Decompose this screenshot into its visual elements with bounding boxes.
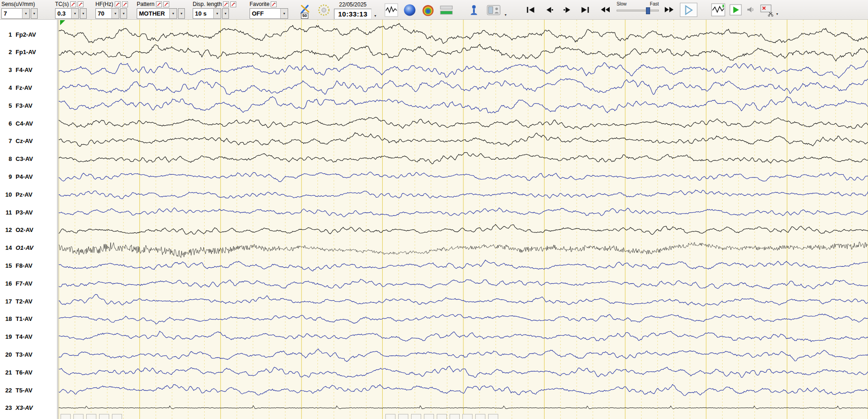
- colorbar-icon: [440, 3, 453, 17]
- spectral-map-button[interactable]: [420, 2, 436, 18]
- pattern-select[interactable]: MOTHER: [137, 8, 177, 19]
- trend-view-button[interactable]: [710, 3, 726, 17]
- notch-filter-badge[interactable]: 50: [301, 13, 308, 19]
- audio-button[interactable]: [745, 5, 757, 15]
- skip-to-start-button[interactable]: [523, 4, 539, 16]
- edit-filter-icon[interactable]: [122, 1, 128, 7]
- disp-length-select[interactable]: 10 s: [193, 8, 221, 19]
- event-marker-box[interactable]: [61, 414, 71, 419]
- tc-select[interactable]: 0.3: [55, 8, 79, 19]
- montage-edit-button[interactable]: [759, 2, 774, 18]
- video-sync-button[interactable]: [484, 3, 503, 17]
- edit-filter-icon[interactable]: [70, 1, 76, 7]
- channel-row[interactable]: 4Fz-AV: [0, 83, 32, 92]
- chevron-down-icon: [280, 9, 288, 18]
- channel-row[interactable]: 8C3-AV: [0, 155, 33, 163]
- channel-label: P3-AV: [16, 209, 33, 216]
- channel-row[interactable]: 14O1-AV: [0, 244, 33, 252]
- trace-area[interactable]: [59, 20, 868, 419]
- event-marker-box[interactable]: [462, 414, 473, 419]
- electrode-map-button[interactable]: [317, 3, 331, 17]
- patient-info-button[interactable]: [467, 3, 481, 17]
- channel-row[interactable]: 10Pz-AV: [0, 190, 33, 198]
- page-start-marker: [60, 20, 65, 25]
- edit-display-icon[interactable]: [230, 1, 236, 7]
- event-marker-box[interactable]: [488, 414, 498, 419]
- eeg-main-area: 1Fp2-AV2Fp1-AV3F4-AV4Fz-AV5F3-AV6C4-AV7C…: [0, 20, 868, 419]
- toolbar-overflow-icon[interactable]: [505, 13, 506, 17]
- event-marker-box[interactable]: [398, 414, 408, 419]
- edit-filter-icon[interactable]: [115, 1, 121, 7]
- channel-row[interactable]: 7Cz-AV: [0, 137, 33, 145]
- event-marker-box[interactable]: [437, 414, 447, 419]
- channel-label: T3-AV: [16, 351, 33, 358]
- colorbar-view-button[interactable]: [439, 2, 454, 18]
- event-marker-box[interactable]: [385, 414, 395, 419]
- fast-forward-icon: [663, 6, 675, 13]
- sens-step-dropdown[interactable]: [31, 8, 38, 19]
- pattern-step-dropdown[interactable]: [178, 8, 185, 19]
- channel-label: C3-AV: [16, 155, 33, 162]
- toolbar-overflow-icon[interactable]: [374, 14, 376, 18]
- play-speed-slider[interactable]: Slow Fast: [617, 1, 659, 11]
- step-forward-icon: [562, 6, 573, 14]
- favorite-value: OFF: [250, 10, 280, 17]
- play-button[interactable]: [680, 3, 697, 17]
- channel-row[interactable]: 19T4-AV: [0, 333, 33, 341]
- sens-select[interactable]: 7: [1, 8, 30, 19]
- skip-to-end-button[interactable]: [577, 4, 593, 16]
- channel-row[interactable]: 6C4-AV: [0, 119, 33, 127]
- chevron-down-icon: [111, 9, 119, 18]
- speed-slider-thumb[interactable]: [646, 7, 650, 14]
- step-forward-button[interactable]: [560, 4, 575, 16]
- favorite-select[interactable]: OFF: [250, 8, 288, 19]
- brain-topography-button[interactable]: [402, 2, 417, 18]
- chevron-down-icon: [169, 9, 177, 18]
- channel-row[interactable]: 3F4-AV: [0, 66, 33, 74]
- channel-number: 23: [0, 404, 12, 411]
- rewind-button[interactable]: [599, 6, 612, 14]
- channel-label: F8-AV: [16, 262, 33, 269]
- step-back-button[interactable]: [541, 4, 557, 16]
- channel-row[interactable]: 1Fp2-AV: [0, 30, 36, 39]
- channel-label: Fp2-AV: [16, 31, 36, 38]
- channel-row[interactable]: 21T6-AV: [0, 368, 33, 376]
- event-marker-box[interactable]: [99, 414, 109, 419]
- fast-forward-button[interactable]: [662, 6, 675, 14]
- toolbar-overflow-icon[interactable]: [776, 12, 778, 16]
- channel-row[interactable]: 11P3-AV: [0, 208, 33, 216]
- channel-row[interactable]: 5F3-AV: [0, 101, 33, 110]
- channel-label: P4-AV: [16, 173, 33, 180]
- event-marker-box[interactable]: [112, 414, 122, 419]
- channel-row[interactable]: 22T5-AV: [0, 386, 33, 394]
- edit-display-icon[interactable]: [223, 1, 229, 7]
- tc-step-dropdown[interactable]: [80, 8, 87, 19]
- channel-row[interactable]: 18T1-AV: [0, 315, 33, 323]
- disp-length-step-dropdown[interactable]: [222, 8, 229, 19]
- channel-row[interactable]: 20T3-AV: [0, 350, 33, 358]
- channel-label: X3-AV: [16, 404, 33, 411]
- edit-pattern-icon[interactable]: [163, 1, 169, 7]
- channel-row[interactable]: 2Fp1-AV: [0, 48, 36, 56]
- event-marker-box[interactable]: [73, 414, 83, 419]
- channel-row[interactable]: 23X3-AV: [0, 404, 33, 412]
- event-marker-box[interactable]: [411, 414, 421, 419]
- channel-row[interactable]: 9P4-AV: [0, 172, 33, 181]
- speed-slider-track[interactable]: [617, 10, 659, 11]
- channel-row[interactable]: 15F8-AV: [0, 261, 33, 270]
- edit-favorite-icon[interactable]: [271, 1, 277, 7]
- event-marker-box[interactable]: [86, 414, 96, 419]
- channel-row[interactable]: 17T2-AV: [0, 297, 33, 305]
- channel-row[interactable]: 12O2-AV: [0, 226, 33, 234]
- waveform-view-button[interactable]: [384, 2, 399, 18]
- hf-select[interactable]: 70: [95, 8, 119, 19]
- edit-filter-icon[interactable]: [78, 1, 83, 7]
- hf-step-dropdown[interactable]: [120, 8, 127, 19]
- channel-number: 8: [0, 155, 12, 162]
- edit-pattern-icon[interactable]: [156, 1, 162, 7]
- event-marker-box[interactable]: [424, 414, 434, 419]
- event-marker-box[interactable]: [450, 414, 460, 419]
- event-marker-box[interactable]: [475, 414, 485, 419]
- auto-play-button[interactable]: [729, 3, 742, 16]
- channel-row[interactable]: 16F7-AV: [0, 279, 33, 287]
